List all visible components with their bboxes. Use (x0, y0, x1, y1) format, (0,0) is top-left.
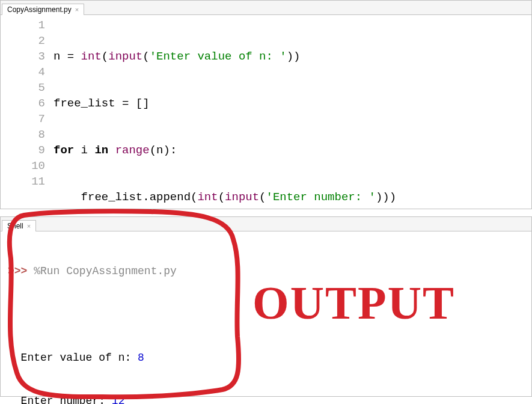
close-icon[interactable]: × (27, 223, 31, 230)
editor-tab[interactable]: CopyAssignment.py × (2, 4, 84, 15)
code-content[interactable]: n = int(input('Enter value of n: ')) fre… (54, 17, 531, 209)
editor-panel: CopyAssignment.py × 1 2 3 4 5 6 7 8 9 10… (0, 0, 532, 209)
editor-tab-label: CopyAssignment.py (7, 5, 72, 14)
run-command: %Run CopyAssignment.py (34, 265, 177, 277)
code-editor[interactable]: 1 2 3 4 5 6 7 8 9 10 11 n = int(input('E… (1, 15, 531, 209)
shell-prompt: >>> (8, 265, 34, 277)
shell-panel: Shell × >>> %Run CopyAssignment.py Enter… (0, 216, 532, 397)
line-number-gutter: 1 2 3 4 5 6 7 8 9 10 11 (1, 17, 54, 209)
shell-tab[interactable]: Shell × (2, 220, 36, 231)
editor-tab-bar: CopyAssignment.py × (1, 1, 531, 15)
shell-output[interactable]: >>> %Run CopyAssignment.py Enter value o… (1, 231, 531, 396)
shell-tab-label: Shell (7, 222, 23, 230)
shell-tab-bar: Shell × (1, 217, 531, 231)
close-icon[interactable]: × (75, 7, 79, 13)
